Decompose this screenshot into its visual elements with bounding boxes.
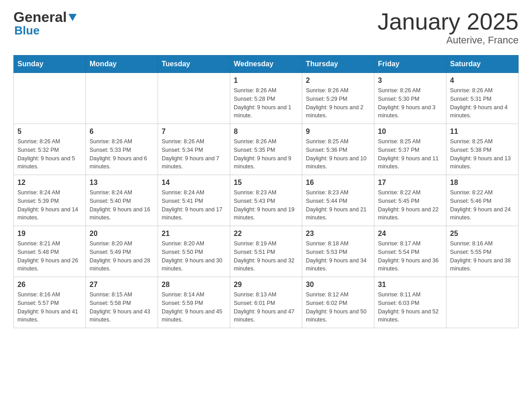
day-info: Sunrise: 8:26 AMSunset: 5:30 PMDaylight:…	[378, 86, 442, 120]
calendar-cell: 13Sunrise: 8:24 AMSunset: 5:40 PMDayligh…	[86, 175, 158, 226]
calendar-cell: 27Sunrise: 8:15 AMSunset: 5:58 PMDayligh…	[86, 277, 158, 328]
day-number: 11	[450, 128, 515, 136]
day-info: Sunrise: 8:22 AMSunset: 5:45 PMDaylight:…	[378, 188, 442, 222]
day-number: 21	[162, 230, 226, 238]
day-number: 27	[90, 281, 154, 289]
calendar-week-3: 12Sunrise: 8:24 AMSunset: 5:39 PMDayligh…	[14, 175, 519, 226]
calendar-weekday-saturday: Saturday	[446, 56, 519, 73]
calendar-cell: 7Sunrise: 8:26 AMSunset: 5:34 PMDaylight…	[158, 124, 230, 175]
day-number: 20	[90, 230, 154, 238]
day-number: 3	[378, 77, 442, 85]
day-number: 4	[450, 77, 515, 85]
calendar-cell: 18Sunrise: 8:22 AMSunset: 5:46 PMDayligh…	[446, 175, 519, 226]
calendar-cell: 12Sunrise: 8:24 AMSunset: 5:39 PMDayligh…	[14, 175, 86, 226]
day-number: 18	[450, 179, 515, 187]
calendar-cell: 2Sunrise: 8:26 AMSunset: 5:29 PMDaylight…	[302, 73, 374, 124]
svg-marker-0	[69, 14, 77, 21]
day-number: 7	[162, 128, 226, 136]
calendar-cell: 20Sunrise: 8:20 AMSunset: 5:49 PMDayligh…	[86, 226, 158, 277]
day-number: 5	[17, 128, 82, 136]
calendar-cell: 22Sunrise: 8:19 AMSunset: 5:51 PMDayligh…	[230, 226, 302, 277]
calendar-week-1: 1Sunrise: 8:26 AMSunset: 5:28 PMDaylight…	[14, 73, 519, 124]
day-info: Sunrise: 8:20 AMSunset: 5:50 PMDaylight:…	[162, 240, 226, 273]
day-info: Sunrise: 8:12 AMSunset: 6:02 PMDaylight:…	[306, 291, 370, 324]
day-number: 24	[378, 230, 442, 238]
day-info: Sunrise: 8:23 AMSunset: 5:43 PMDaylight:…	[234, 188, 298, 222]
day-info: Sunrise: 8:24 AMSunset: 5:39 PMDaylight:…	[17, 188, 82, 222]
day-info: Sunrise: 8:26 AMSunset: 5:34 PMDaylight:…	[162, 137, 226, 171]
day-info: Sunrise: 8:16 AMSunset: 5:57 PMDaylight:…	[17, 291, 82, 324]
calendar-cell: 17Sunrise: 8:22 AMSunset: 5:45 PMDayligh…	[374, 175, 446, 226]
day-info: Sunrise: 8:16 AMSunset: 5:55 PMDaylight:…	[450, 240, 515, 273]
day-info: Sunrise: 8:13 AMSunset: 6:01 PMDaylight:…	[234, 291, 298, 324]
page-title: January 2025	[378, 9, 519, 34]
day-info: Sunrise: 8:21 AMSunset: 5:48 PMDaylight:…	[17, 240, 82, 273]
calendar-weekday-tuesday: Tuesday	[158, 56, 230, 73]
calendar-cell: 14Sunrise: 8:24 AMSunset: 5:41 PMDayligh…	[158, 175, 230, 226]
day-number: 14	[162, 179, 226, 187]
day-info: Sunrise: 8:24 AMSunset: 5:41 PMDaylight:…	[162, 188, 226, 222]
calendar-cell: 25Sunrise: 8:16 AMSunset: 5:55 PMDayligh…	[446, 226, 519, 277]
calendar-header-row: SundayMondayTuesdayWednesdayThursdayFrid…	[14, 56, 519, 73]
day-number: 25	[450, 230, 515, 238]
calendar-weekday-sunday: Sunday	[14, 56, 86, 73]
day-info: Sunrise: 8:20 AMSunset: 5:49 PMDaylight:…	[90, 240, 154, 273]
calendar-cell: 26Sunrise: 8:16 AMSunset: 5:57 PMDayligh…	[14, 277, 86, 328]
calendar-cell: 6Sunrise: 8:26 AMSunset: 5:33 PMDaylight…	[86, 124, 158, 175]
calendar-cell: 15Sunrise: 8:23 AMSunset: 5:43 PMDayligh…	[230, 175, 302, 226]
calendar-cell: 24Sunrise: 8:17 AMSunset: 5:54 PMDayligh…	[374, 226, 446, 277]
day-info: Sunrise: 8:19 AMSunset: 5:51 PMDaylight:…	[234, 240, 298, 273]
logo: General Blue	[13, 9, 77, 38]
day-number: 17	[378, 179, 442, 187]
day-info: Sunrise: 8:23 AMSunset: 5:44 PMDaylight:…	[306, 188, 370, 222]
calendar-cell: 10Sunrise: 8:25 AMSunset: 5:37 PMDayligh…	[374, 124, 446, 175]
day-info: Sunrise: 8:26 AMSunset: 5:32 PMDaylight:…	[17, 137, 82, 171]
calendar-cell: 1Sunrise: 8:26 AMSunset: 5:28 PMDaylight…	[230, 73, 302, 124]
day-number: 23	[306, 230, 370, 238]
day-number: 29	[234, 281, 298, 289]
day-number: 28	[162, 281, 226, 289]
calendar-cell: 21Sunrise: 8:20 AMSunset: 5:50 PMDayligh…	[158, 226, 230, 277]
day-number: 22	[234, 230, 298, 238]
day-number: 31	[378, 281, 442, 289]
calendar-cell	[86, 73, 158, 124]
day-info: Sunrise: 8:25 AMSunset: 5:37 PMDaylight:…	[378, 137, 442, 171]
page-subtitle: Auterive, France	[378, 34, 519, 46]
day-number: 12	[17, 179, 82, 187]
calendar-cell: 19Sunrise: 8:21 AMSunset: 5:48 PMDayligh…	[14, 226, 86, 277]
calendar-body: 1Sunrise: 8:26 AMSunset: 5:28 PMDaylight…	[14, 73, 519, 328]
calendar-cell	[14, 73, 86, 124]
calendar-cell: 16Sunrise: 8:23 AMSunset: 5:44 PMDayligh…	[302, 175, 374, 226]
logo-triangle-icon	[68, 12, 77, 22]
day-number: 8	[234, 128, 298, 136]
title-block: January 2025 Auterive, France	[378, 9, 519, 46]
calendar-cell: 30Sunrise: 8:12 AMSunset: 6:02 PMDayligh…	[302, 277, 374, 328]
calendar-weekday-thursday: Thursday	[302, 56, 374, 73]
calendar-cell: 8Sunrise: 8:26 AMSunset: 5:35 PMDaylight…	[230, 124, 302, 175]
day-number: 9	[306, 128, 370, 136]
calendar-table: SundayMondayTuesdayWednesdayThursdayFrid…	[13, 55, 519, 328]
day-info: Sunrise: 8:26 AMSunset: 5:29 PMDaylight:…	[306, 86, 370, 120]
day-number: 30	[306, 281, 370, 289]
calendar-cell: 23Sunrise: 8:18 AMSunset: 5:53 PMDayligh…	[302, 226, 374, 277]
day-info: Sunrise: 8:25 AMSunset: 5:36 PMDaylight:…	[306, 137, 370, 171]
day-info: Sunrise: 8:25 AMSunset: 5:38 PMDaylight:…	[450, 137, 515, 171]
calendar-weekday-monday: Monday	[86, 56, 158, 73]
day-info: Sunrise: 8:24 AMSunset: 5:40 PMDaylight:…	[90, 188, 154, 222]
calendar-cell: 11Sunrise: 8:25 AMSunset: 5:38 PMDayligh…	[446, 124, 519, 175]
day-info: Sunrise: 8:26 AMSunset: 5:35 PMDaylight:…	[234, 137, 298, 171]
calendar-cell: 5Sunrise: 8:26 AMSunset: 5:32 PMDaylight…	[14, 124, 86, 175]
day-number: 1	[234, 77, 298, 85]
calendar-cell: 29Sunrise: 8:13 AMSunset: 6:01 PMDayligh…	[230, 277, 302, 328]
calendar-cell: 3Sunrise: 8:26 AMSunset: 5:30 PMDaylight…	[374, 73, 446, 124]
calendar-weekday-wednesday: Wednesday	[230, 56, 302, 73]
day-info: Sunrise: 8:26 AMSunset: 5:33 PMDaylight:…	[90, 137, 154, 171]
calendar-cell: 31Sunrise: 8:11 AMSunset: 6:03 PMDayligh…	[374, 277, 446, 328]
day-number: 13	[90, 179, 154, 187]
calendar-cell	[446, 277, 519, 328]
day-info: Sunrise: 8:18 AMSunset: 5:53 PMDaylight:…	[306, 240, 370, 273]
calendar-week-4: 19Sunrise: 8:21 AMSunset: 5:48 PMDayligh…	[14, 226, 519, 277]
day-number: 15	[234, 179, 298, 187]
day-info: Sunrise: 8:26 AMSunset: 5:28 PMDaylight:…	[234, 86, 298, 120]
day-number: 26	[17, 281, 82, 289]
